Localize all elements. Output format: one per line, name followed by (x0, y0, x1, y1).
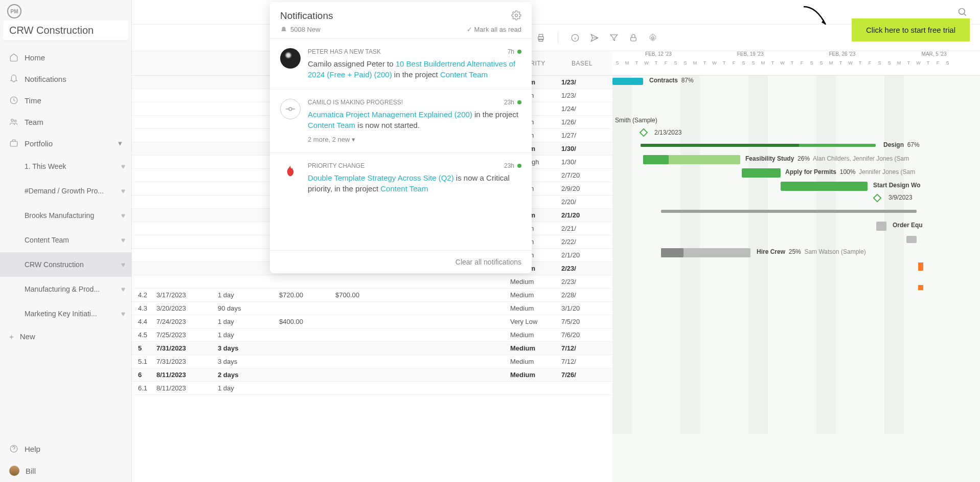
nav-home[interactable]: Home (0, 47, 131, 68)
project-title: CRW Construction (9, 25, 94, 36)
milestone-icon[interactable] (640, 128, 648, 137)
print-icon[interactable] (534, 31, 548, 45)
progress-icon (280, 99, 301, 119)
heart-icon[interactable]: ♥ (121, 236, 125, 244)
milestone-icon[interactable] (918, 285, 923, 290)
table-row[interactable]: 4.47/24/20231 day$400.00Very Low7/5/20 (132, 315, 612, 328)
milestone-icon[interactable] (918, 262, 923, 271)
svg-point-7 (959, 8, 965, 14)
milestone-icon[interactable] (873, 194, 882, 203)
task-link[interactable]: Acumatica Project Management Explained (… (308, 110, 472, 119)
notif-item[interactable]: PRIORITY CHANGE23h Double Template Strat… (270, 153, 532, 203)
table-row[interactable]: 5.17/31/20233 daysMedium7/12/ (132, 355, 612, 368)
project-title-row[interactable]: CRW Construction (3, 20, 128, 40)
info-icon[interactable] (568, 31, 582, 45)
svg-point-2 (14, 120, 16, 122)
free-trial-button[interactable]: Click here to start free trial (852, 18, 970, 41)
nav-help[interactable]: Help (0, 438, 131, 459)
avatar (280, 48, 301, 69)
table-row[interactable]: 68/11/20232 daysMedium7/26/ (132, 368, 612, 382)
gantt-bar-contracts[interactable] (612, 78, 643, 85)
notif-item[interactable]: PETER HAS A NEW TASK7h Camilo assigned P… (270, 39, 532, 90)
bell-icon (9, 74, 18, 83)
app-logo: PM (7, 4, 21, 18)
cta-arrow (801, 4, 832, 30)
svg-rect-14 (539, 34, 543, 37)
heart-icon[interactable]: ♥ (121, 260, 125, 269)
clear-all-button[interactable]: Clear all notifications (270, 250, 532, 273)
notif-item[interactable]: CAMILO IS MAKING PROGRESS!23h Acumatica … (270, 90, 532, 153)
table-row[interactable]: 6.18/11/20231 day (132, 382, 612, 395)
project-link[interactable]: Content Team (380, 184, 428, 193)
notif-count: 5008 New (290, 26, 321, 33)
portfolio-item[interactable]: Marketing Key Initiati...♥ (0, 301, 131, 326)
project-link[interactable]: Content Team (308, 121, 355, 129)
heart-icon[interactable]: ♥ (121, 310, 125, 318)
mark-all-read[interactable]: ✓Mark all as read (467, 26, 521, 33)
notifications-panel: Notifications 5008 New ✓Mark all as read… (270, 2, 532, 273)
timeline-header: FEB, 12 '23FEB, 19 '23FEB, 26 '23MAR, 5 … (612, 51, 980, 76)
gantt-bar[interactable] (906, 236, 917, 243)
portfolio-item[interactable]: Manufacturing & Prod...♥ (0, 277, 131, 301)
main-area: + Click here to start free trial (132, 0, 980, 482)
svg-point-20 (289, 107, 292, 111)
help-icon (9, 444, 18, 453)
heart-icon[interactable]: ♥ (121, 162, 125, 170)
fire-icon (280, 162, 301, 183)
clock-icon (9, 96, 18, 105)
nav-team[interactable]: Team (0, 111, 131, 133)
gantt-body: Contracts 87% Smith (Sample) 2/13/2023 D… (612, 76, 980, 434)
gantt-bar-start-design[interactable] (781, 182, 868, 191)
unread-dot-icon (517, 50, 521, 54)
svg-point-1 (11, 119, 14, 122)
portfolio-item[interactable]: Brooks Manufacturing♥ (0, 203, 131, 228)
table-row[interactable]: 4.23/17/20231 day$720.00$700.00Medium2/2… (132, 289, 612, 302)
team-icon (9, 117, 18, 126)
send-icon[interactable] (588, 31, 601, 45)
gantt-bar-permits[interactable] (742, 168, 781, 178)
nav-time[interactable]: Time (0, 90, 131, 111)
portfolio-item-active[interactable]: CRW Construction♥ (0, 252, 131, 277)
briefcase-icon (9, 139, 18, 148)
chevron-down-icon: ▾ (118, 139, 122, 148)
nav-user[interactable]: Bill (0, 459, 131, 482)
gear-icon[interactable] (646, 31, 659, 45)
chevron-down-icon: ▾ (352, 136, 355, 143)
notif-title: Notifications (280, 10, 333, 21)
svg-point-18 (652, 36, 654, 39)
filter-icon[interactable] (607, 31, 621, 45)
table-row[interactable]: Medium2/23/ (132, 275, 612, 289)
home-icon (9, 53, 18, 62)
lock-icon[interactable] (627, 31, 640, 45)
search-icon[interactable] (958, 7, 968, 17)
gear-icon[interactable] (511, 10, 521, 20)
svg-rect-17 (631, 37, 636, 41)
plus-icon: + (9, 332, 14, 341)
nav-portfolio[interactable]: Portfolio ▾ (0, 133, 131, 154)
unread-dot-icon (517, 164, 521, 168)
svg-rect-3 (10, 141, 17, 146)
table-row[interactable]: 4.57/25/20231 dayMedium7/6/20 (132, 328, 612, 342)
gantt-pane[interactable]: FEB, 12 '23FEB, 19 '23FEB, 26 '23MAR, 5 … (612, 51, 980, 482)
portfolio-item[interactable]: 1. This Week♥ (0, 154, 131, 179)
table-row[interactable]: 57/31/20233 daysMedium7/12/ (132, 342, 612, 355)
nav-notifications[interactable]: Notifications (0, 68, 131, 90)
heart-icon[interactable]: ♥ (121, 187, 125, 195)
task-link[interactable]: Double Template Strategy Across Site (Q2… (308, 173, 454, 182)
svg-rect-15 (539, 39, 543, 41)
gantt-bar-order[interactable] (876, 222, 886, 231)
project-link[interactable]: Content Team (440, 70, 488, 79)
gantt-summary[interactable] (661, 210, 917, 213)
expand-more[interactable]: 2 more, 2 new▾ (308, 136, 521, 143)
col-baseline[interactable]: BASEL (567, 60, 612, 67)
portfolio-item[interactable]: #Demand / Growth Pro...♥ (0, 179, 131, 203)
svg-point-19 (515, 14, 518, 17)
avatar (9, 466, 19, 476)
heart-icon[interactable]: ♥ (121, 285, 125, 293)
portfolio-item[interactable]: Content Team♥ (0, 228, 131, 252)
nav-new[interactable]: + New (0, 326, 131, 347)
heart-icon[interactable]: ♥ (121, 211, 125, 220)
bell-icon (280, 26, 287, 33)
sidebar: PM CRW Construction Home Notifications T… (0, 0, 132, 482)
table-row[interactable]: 4.33/20/202390 daysMedium3/1/20 (132, 302, 612, 315)
